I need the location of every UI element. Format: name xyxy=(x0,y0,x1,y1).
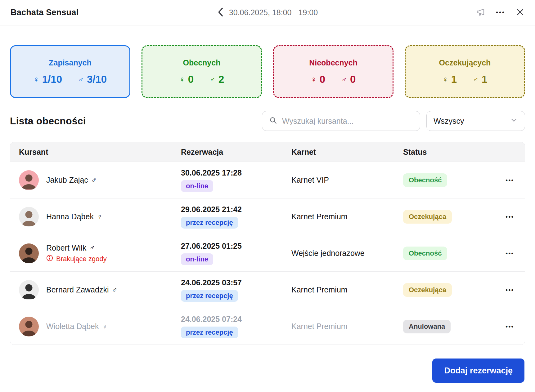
reservation-datetime: 30.06.2025 17:28 xyxy=(181,168,242,177)
female-icon: ♀ xyxy=(443,75,448,84)
column-header-rezerwacja: Rezerwacja xyxy=(181,148,291,157)
stat-card-oczekujacych[interactable]: Oczekujących ♀1 ♂1 xyxy=(405,45,525,98)
male-icon: ♂ xyxy=(473,75,479,84)
reservation-channel-badge: on-line xyxy=(181,253,213,265)
status-badge: Obecność xyxy=(403,173,447,187)
previous-session-button[interactable] xyxy=(217,7,224,18)
avatar xyxy=(19,317,39,336)
table-row[interactable]: Wioletta Dąbek♀ 24.06.2025 07:24 przez r… xyxy=(10,308,525,345)
avatar xyxy=(19,280,39,300)
status-filter-dropdown[interactable]: Wszyscy xyxy=(426,111,525,131)
reservation-datetime: 24.06.2025 07:24 xyxy=(181,315,242,324)
karnet-type: Wejście jednorazowe xyxy=(291,249,403,258)
female-icon: ♀ xyxy=(34,75,39,84)
close-icon xyxy=(516,8,524,17)
table-row[interactable]: Jakub Zając♂ 30.06.2025 17:28 on-line Ka… xyxy=(10,162,525,198)
reservation-channel-badge: przez recepcję xyxy=(181,327,238,338)
chevron-left-icon xyxy=(217,7,224,18)
table-row[interactable]: Bernard Zawadzki♂ 24.06.2025 03:57 przez… xyxy=(10,271,525,308)
row-menu-button[interactable]: ••• xyxy=(495,213,525,220)
row-menu-button[interactable]: ••• xyxy=(495,323,525,330)
chevron-down-icon xyxy=(510,116,518,126)
column-header-karnet: Karnet xyxy=(291,148,403,157)
karnet-type: Karnet Premium xyxy=(291,322,403,331)
column-header-status: Status xyxy=(403,148,495,157)
more-options-button[interactable]: ••• xyxy=(496,9,505,16)
male-icon: ♂ xyxy=(210,75,215,84)
avatar xyxy=(19,243,39,263)
male-count: 2 xyxy=(218,74,224,85)
stat-card-label: Oczekujących xyxy=(439,58,491,67)
student-name: Bernard Zawadzki xyxy=(46,285,109,294)
missing-consents-warning: Brakujące zgody xyxy=(56,255,107,263)
male-icon: ♂ xyxy=(91,176,97,185)
male-icon: ♂ xyxy=(89,243,95,252)
student-name: Jakub Zając xyxy=(46,176,88,185)
attendance-table: Kursant Rezerwacja Karnet Status Jakub Z… xyxy=(10,142,525,345)
stat-card-obecnych[interactable]: Obecnych ♀0 ♂2 xyxy=(142,45,262,98)
male-count: 1 xyxy=(482,74,487,85)
female-count: 0 xyxy=(188,74,194,85)
page-title: Bachata Sensual xyxy=(11,8,79,17)
male-icon: ♂ xyxy=(341,75,347,84)
ellipsis-icon: ••• xyxy=(496,9,505,16)
status-badge: Oczekująca xyxy=(403,210,452,224)
karnet-type: Karnet VIP xyxy=(291,176,403,185)
stat-card-zapisanych[interactable]: Zapisanych ♀1/10 ♂3/10 xyxy=(10,45,130,98)
male-icon: ♂ xyxy=(78,75,84,84)
row-menu-button[interactable]: ••• xyxy=(495,287,525,293)
status-badge: Anulowana xyxy=(403,320,451,333)
reservation-datetime: 24.06.2025 03:57 xyxy=(181,278,242,287)
stat-card-label: Nieobecnych xyxy=(309,58,357,67)
status-badge: Obecność xyxy=(403,247,447,260)
avatar xyxy=(19,170,39,190)
table-row[interactable]: Robert Wilk♂ Brakujące zgody 27.06.2025 … xyxy=(10,235,525,271)
male-icon: ♂ xyxy=(112,286,117,294)
row-menu-button[interactable]: ••• xyxy=(495,250,525,257)
row-menu-button[interactable]: ••• xyxy=(495,177,525,184)
table-header-row: Kursant Rezerwacja Karnet Status xyxy=(10,142,525,162)
female-icon: ♀ xyxy=(102,322,108,331)
female-icon: ♀ xyxy=(179,75,185,84)
add-reservation-button[interactable]: Dodaj rezerwację xyxy=(432,359,524,383)
column-header-kursant: Kursant xyxy=(19,148,181,157)
attendance-summary-cards: Zapisanych ♀1/10 ♂3/10 Obecnych ♀0 ♂2 Ni… xyxy=(10,45,525,98)
karnet-type: Karnet Premium xyxy=(291,212,403,221)
karnet-type: Karnet Premium xyxy=(291,285,403,294)
female-icon: ♀ xyxy=(311,75,317,84)
female-count: 0 xyxy=(320,74,325,85)
search-input[interactable] xyxy=(282,117,413,126)
filter-selected-value: Wszyscy xyxy=(434,117,464,126)
male-count: 0 xyxy=(350,74,356,85)
reservation-channel-badge: on-line xyxy=(181,180,213,192)
student-name: Wioletta Dąbek xyxy=(46,322,99,331)
stat-card-label: Obecnych xyxy=(183,58,221,67)
close-button[interactable] xyxy=(516,8,524,17)
status-badge: Oczekująca xyxy=(403,283,452,297)
stat-card-nieobecnych[interactable]: Nieobecnych ♀0 ♂0 xyxy=(273,45,393,98)
megaphone-icon xyxy=(476,7,485,18)
student-name: Hanna Dąbek xyxy=(46,212,94,221)
info-circle-icon xyxy=(46,255,53,263)
reservation-channel-badge: przez recepcję xyxy=(181,290,238,302)
female-icon: ♀ xyxy=(97,212,102,221)
attendance-list-title: Lista obecności xyxy=(10,115,86,127)
student-name: Robert Wilk xyxy=(46,243,86,252)
session-datetime: 30.06.2025, 18:00 - 19:00 xyxy=(229,8,318,17)
reservation-channel-badge: przez recepcję xyxy=(181,217,238,229)
female-count: 1/10 xyxy=(42,74,62,85)
male-count: 3/10 xyxy=(87,74,107,85)
window-header: Bachata Sensual 30.06.2025, 18:00 - 19:0… xyxy=(0,0,535,25)
stat-card-label: Zapisanych xyxy=(49,58,92,67)
announce-button[interactable] xyxy=(476,7,485,18)
reservation-datetime: 27.06.2025 01:25 xyxy=(181,242,242,251)
female-count: 1 xyxy=(451,74,457,85)
avatar xyxy=(19,207,39,227)
search-box xyxy=(262,111,420,131)
search-icon xyxy=(269,116,277,126)
table-row[interactable]: Hanna Dąbek♀ 29.06.2025 21:42 przez rece… xyxy=(10,198,525,235)
reservation-datetime: 29.06.2025 21:42 xyxy=(181,205,242,214)
